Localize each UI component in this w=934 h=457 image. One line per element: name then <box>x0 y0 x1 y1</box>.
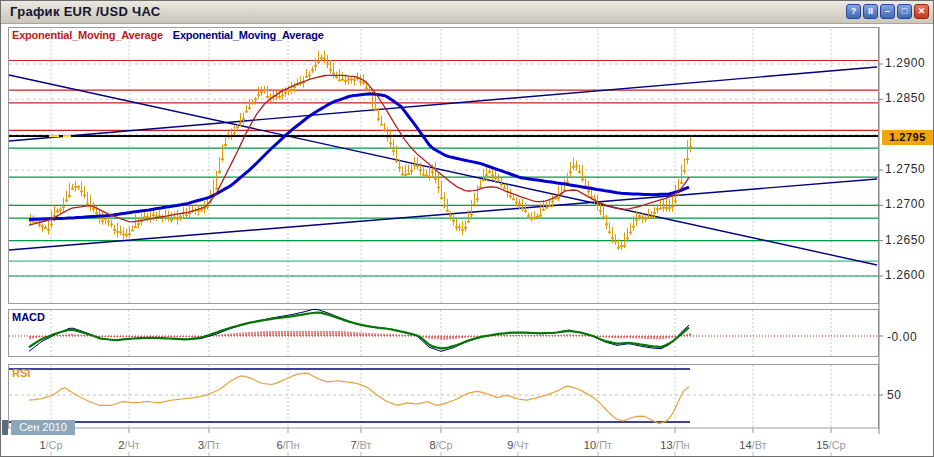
maximize-button[interactable]: □ <box>897 4 912 19</box>
date-axis-label: 15/Ср <box>799 439 863 451</box>
date-number: 13 <box>660 439 672 451</box>
price-axis-label: 1.2850 <box>885 91 925 105</box>
macd-axis-value: -0.00 <box>887 330 917 344</box>
price-axis-label: 1.2600 <box>885 268 925 282</box>
month-label: Сен 2010 <box>11 420 75 435</box>
date-weekday: Пт <box>207 439 220 451</box>
date-weekday: Чт <box>127 439 139 451</box>
date-axis-label: 7/Вт <box>329 439 393 451</box>
chart-window: График EUR /USD ЧАС ? II – □ ✕ Exponenti… <box>0 0 934 457</box>
date-weekday: Ср <box>49 439 63 451</box>
title-bar[interactable]: График EUR /USD ЧАС ? II – □ ✕ <box>1 1 933 24</box>
date-number: 15 <box>816 439 828 451</box>
date-weekday: Ср <box>439 439 453 451</box>
macd-panel-label: MACD <box>12 311 45 323</box>
date-weekday: Вт <box>755 439 767 451</box>
date-number: 10 <box>584 439 596 451</box>
price-axis-label: 1.2700 <box>885 197 925 211</box>
date-weekday: Пн <box>676 439 690 451</box>
chart-canvas[interactable] <box>1 1 934 457</box>
close-button[interactable]: ✕ <box>914 4 929 19</box>
date-axis-label: 2/Чт <box>97 439 161 451</box>
minimize-button[interactable]: – <box>880 4 895 19</box>
date-weekday: Пт <box>599 439 612 451</box>
rsi-panel-label: RSI <box>12 367 30 379</box>
date-axis-label: 10/Пт <box>566 439 630 451</box>
macd-surface[interactable] <box>9 310 879 357</box>
price-axis-label: 1.2650 <box>885 233 925 247</box>
date-axis-label: 13/Пн <box>643 439 707 451</box>
main-chart-surface[interactable] <box>9 28 879 304</box>
date-weekday: Вт <box>360 439 372 451</box>
legend-ema-fast: Exponential_Moving_Average <box>12 29 163 41</box>
window-title: График EUR /USD ЧАС <box>10 4 161 19</box>
date-axis-label: 9/Чт <box>486 439 550 451</box>
date-number: 14 <box>739 439 751 451</box>
window-controls: ? II – □ ✕ <box>846 4 929 19</box>
help-button[interactable]: ? <box>846 4 861 19</box>
date-weekday: Ср <box>832 439 846 451</box>
date-axis-label: 14/Вт <box>721 439 785 451</box>
date-axis-label: 1/Ср <box>19 439 83 451</box>
rsi-surface[interactable] <box>9 365 879 429</box>
date-weekday: Пн <box>286 439 300 451</box>
current-price-tag: 1.2795 <box>882 130 933 145</box>
date-axis-label: 6/Пн <box>256 439 320 451</box>
date-weekday: Чт <box>516 439 528 451</box>
legend-ema-slow: Exponential_Moving_Average <box>173 29 324 41</box>
axis-corner-block <box>2 420 8 435</box>
price-axis-label: 1.2900 <box>885 56 925 70</box>
pause-button[interactable]: II <box>863 4 878 19</box>
price-axis-label: 1.2750 <box>885 162 925 176</box>
date-axis-label: 3/Пт <box>177 439 241 451</box>
date-axis-label: 8/Ср <box>409 439 473 451</box>
rsi-axis-value: 50 <box>887 388 902 402</box>
indicator-legend: Exponential_Moving_Average Exponential_M… <box>12 29 324 41</box>
